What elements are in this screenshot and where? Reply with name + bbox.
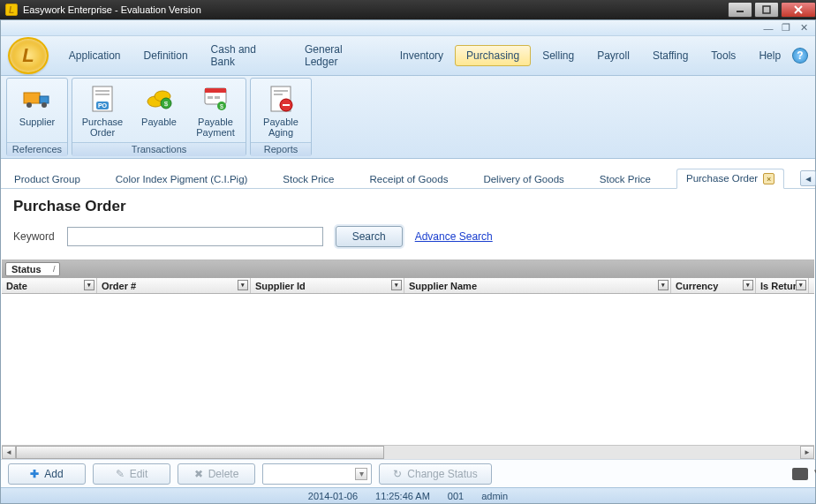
payment-icon: $ bbox=[201, 85, 230, 113]
window-maximize-button[interactable] bbox=[754, 2, 779, 18]
svg-rect-18 bbox=[205, 88, 226, 93]
ribbon-payable-payment-button[interactable]: $PayablePayment bbox=[187, 80, 244, 142]
scroll-track[interactable] bbox=[16, 446, 800, 459]
column-filter-icon[interactable]: ▾ bbox=[238, 280, 248, 290]
tab-purchase-order[interactable]: Purchase Order× bbox=[676, 169, 784, 190]
status-session: 001 bbox=[442, 491, 469, 501]
ribbon-group-label: References bbox=[7, 142, 67, 156]
svg-point-7 bbox=[42, 102, 47, 108]
app-logo[interactable]: L bbox=[8, 37, 49, 74]
svg-rect-24 bbox=[274, 90, 288, 92]
column-is-retur[interactable]: Is Retur▾ bbox=[756, 278, 809, 293]
mdi-close-button[interactable]: ✕ bbox=[797, 22, 810, 34]
ribbon-supplier-button[interactable]: Supplier bbox=[9, 80, 65, 142]
grid-body[interactable] bbox=[2, 294, 814, 445]
advance-search-link[interactable]: Advance Search bbox=[415, 230, 493, 243]
delete-icon: ✖ bbox=[194, 468, 203, 480]
column-filter-icon[interactable]: ▾ bbox=[84, 280, 94, 290]
view-mode-button[interactable] bbox=[792, 468, 808, 480]
add-button[interactable]: ✚ Add bbox=[8, 463, 86, 485]
search-row: Keyword Search Advance Search bbox=[1, 222, 815, 260]
menu-tools[interactable]: Tools bbox=[699, 45, 747, 66]
svg-text:PO: PO bbox=[98, 102, 108, 109]
scroll-right-button[interactable]: ► bbox=[800, 446, 814, 459]
menu-payroll[interactable]: Payroll bbox=[586, 45, 641, 66]
svg-rect-25 bbox=[274, 94, 283, 95]
chevron-down-icon: ▾ bbox=[355, 468, 367, 480]
tab-delivery-of-goods[interactable]: Delivery of Goods bbox=[473, 169, 573, 189]
data-grid: Status/ Date▾Order #▾Supplier Id▾Supplie… bbox=[2, 260, 814, 459]
column-order-[interactable]: Order #▾ bbox=[97, 278, 251, 293]
ribbon-group-transactions: POPurchaseOrder$Payable$PayablePaymentTr… bbox=[72, 78, 246, 156]
svg-rect-4 bbox=[24, 93, 40, 103]
menu-purchasing[interactable]: Purchasing bbox=[455, 45, 531, 66]
action-toolbar: ✚ Add ✎ Edit ✖ Delete ▾ ↻ Change Status bbox=[1, 459, 815, 487]
grid-group-column[interactable]: Status/ bbox=[5, 262, 60, 276]
grid-group-bar: Status/ bbox=[2, 260, 814, 278]
menu-general-ledger[interactable]: General Ledger bbox=[293, 39, 389, 72]
po-icon: PO bbox=[88, 85, 117, 113]
column-filter-icon[interactable]: ▾ bbox=[658, 280, 669, 290]
refresh-icon: ↻ bbox=[393, 468, 402, 480]
ribbon-group-references: SupplierReferences bbox=[6, 78, 68, 156]
column-date[interactable]: Date▾ bbox=[2, 278, 97, 293]
ribbon-payable-aging-button[interactable]: PayableAging bbox=[253, 80, 309, 142]
menu-application[interactable]: Application bbox=[57, 45, 132, 66]
mdi-restore-button[interactable]: ❐ bbox=[780, 22, 792, 34]
tab-stock-price[interactable]: Stock Price bbox=[590, 169, 661, 189]
mdi-minimize-button[interactable]: — bbox=[762, 22, 774, 34]
scroll-thumb[interactable] bbox=[16, 446, 384, 459]
ribbon-payable-button[interactable]: $Payable bbox=[131, 80, 187, 142]
menu-selling[interactable]: Selling bbox=[531, 45, 586, 66]
mdi-window-controls: — ❐ ✕ bbox=[1, 20, 815, 36]
edit-icon: ✎ bbox=[116, 468, 125, 480]
svg-rect-19 bbox=[208, 96, 213, 99]
menu-definition[interactable]: Definition bbox=[132, 45, 200, 66]
tab-close-icon[interactable]: × bbox=[763, 173, 774, 184]
menu-inventory[interactable]: Inventory bbox=[389, 45, 455, 66]
ribbon: SupplierReferencesPOPurchaseOrder$Payabl… bbox=[1, 76, 815, 159]
grid-horizontal-scrollbar[interactable]: ◄ ► bbox=[2, 445, 814, 459]
svg-point-6 bbox=[26, 102, 32, 108]
tab-stock-price[interactable]: Stock Price bbox=[273, 169, 344, 189]
page-content: Purchase Order Keyword Search Advance Se… bbox=[1, 189, 815, 487]
tab-receipt-of-goods[interactable]: Receipt of Goods bbox=[360, 169, 458, 189]
column-supplier-name[interactable]: Supplier Name▾ bbox=[404, 278, 671, 293]
ribbon-group-label: Reports bbox=[251, 142, 311, 156]
status-time: 11:25:46 AM bbox=[370, 491, 435, 501]
change-status-button[interactable]: ↻ Change Status bbox=[379, 463, 492, 485]
svg-rect-9 bbox=[95, 90, 110, 92]
help-button[interactable]: ? bbox=[792, 48, 808, 64]
column-filter-icon[interactable]: ▾ bbox=[743, 280, 753, 290]
payable-icon: $ bbox=[145, 85, 173, 113]
window-titlebar: L Easywork Enterprise - Evaluation Versi… bbox=[0, 0, 816, 19]
column-currency[interactable]: Currency▾ bbox=[671, 278, 756, 293]
column-filter-icon[interactable]: ▾ bbox=[391, 280, 402, 290]
menu-cash-and-bank[interactable]: Cash and Bank bbox=[200, 39, 293, 72]
sort-asc-icon: / bbox=[53, 265, 56, 274]
ribbon-group-reports: PayableAgingReports bbox=[250, 78, 312, 156]
edit-button[interactable]: ✎ Edit bbox=[93, 463, 170, 485]
window-minimize-button[interactable] bbox=[728, 2, 752, 18]
scroll-left-button[interactable]: ◄ bbox=[2, 446, 16, 459]
tab-color-index-pigment-c-i-pig-[interactable]: Color Index Pigment (C.I.Pig) bbox=[106, 169, 258, 189]
search-button[interactable]: Search bbox=[336, 226, 403, 247]
document-tabs: Product GroupColor Index Pigment (C.I.Pi… bbox=[1, 168, 815, 189]
svg-rect-1 bbox=[763, 6, 770, 13]
menu-staffing[interactable]: Staffing bbox=[641, 45, 699, 66]
column-filter-icon[interactable]: ▾ bbox=[796, 280, 806, 290]
svg-text:$: $ bbox=[164, 100, 169, 108]
delete-button[interactable]: ✖ Delete bbox=[178, 463, 255, 485]
svg-rect-20 bbox=[215, 96, 220, 99]
tab-product-group[interactable]: Product Group bbox=[4, 169, 90, 189]
menu-help[interactable]: Help bbox=[747, 45, 792, 66]
keyword-input[interactable] bbox=[67, 227, 323, 246]
svg-rect-27 bbox=[283, 104, 290, 106]
tabs-scroll-left-button[interactable]: ◄ bbox=[800, 170, 816, 186]
window-close-button[interactable] bbox=[781, 2, 816, 18]
column-supplier-id[interactable]: Supplier Id▾ bbox=[251, 278, 404, 293]
menubar: L ApplicationDefinitionCash and BankGene… bbox=[1, 36, 815, 76]
ribbon-purchase-order-button[interactable]: POPurchaseOrder bbox=[74, 80, 131, 142]
aging-icon bbox=[267, 85, 295, 113]
status-select[interactable]: ▾ bbox=[262, 463, 372, 485]
